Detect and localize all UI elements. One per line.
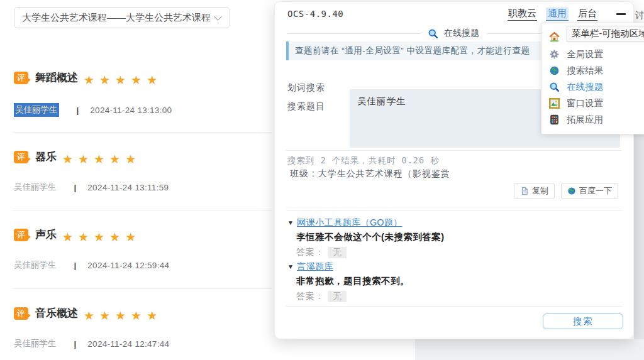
tab-zhijiaoyun[interactable]: 职教云 [508,8,537,21]
star-rating-icon: ★★★★★ [84,74,162,86]
meta-separator: | [74,339,77,349]
result-item: ▼ 言溪题库 非常抱歉，题目搜索不到。 答案： 无 [287,261,621,302]
answer-label: 答案： [296,291,325,302]
search-question-label: 搜索题目 [287,101,325,112]
student-name: 吴佳丽学生 [14,182,57,193]
divider [13,210,272,210]
divider [13,288,272,289]
document-icon [520,187,529,195]
baidu-search-button[interactable]: 百度一下 [561,183,618,199]
student-name-selected: 吴佳丽学生 [14,103,59,117]
drag-region-label[interactable]: 菜单栏-可拖动区域 [567,26,644,41]
house-icon [549,31,560,42]
menu-item-label: 窗口设置 [567,97,603,109]
page-background-region [415,339,644,360]
student-name: 吴佳丽学生 [14,259,57,271]
review-item: 评 器乐 ★★★★★ 吴佳丽学生 | 2024-11-24 13:11:59 [14,150,265,164]
review-title: 器乐 [35,150,57,164]
answer-label: 答案： [296,247,325,258]
highlight-search-label: 划词搜索 [287,82,325,94]
result-content: 李恒雅不会做这个个(未搜索到答案) [296,231,621,243]
review-badge: 评 [14,151,28,163]
menu-item-label: 拓展应用 [567,114,603,126]
review-badge: 评 [14,307,28,320]
review-timestamp: 2024-11-24 12:59:44 [87,261,169,270]
result-actions: 复制 百度一下 [514,183,618,199]
globe-icon [549,65,560,76]
copy-button-label: 复制 [532,185,548,197]
panel-title: OCS-4.9.40 [287,9,343,19]
meta-separator: | [74,183,77,192]
tab-general[interactable]: 通用 [546,8,569,21]
picture-icon [549,98,560,109]
review-timestamp: 2024-11-24 12:47:44 [87,339,169,349]
star-rating-icon: ★★★★★ [62,153,141,165]
course-select-value: 大学生公共艺术课程——大学生公共艺术课程 [22,12,211,24]
section-header-label: 在线搜题 [444,28,479,39]
star-rating-icon: ★★★★★ [84,310,162,322]
divider [286,150,622,151]
dropdown-menu: 菜单栏-可拖动区域 全局设置 搜索结果 在线搜题 [541,23,644,134]
collapse-triangle-icon[interactable]: ▼ [287,263,294,270]
review-item: 评 声乐 ★★★★★ 吴佳丽学生 | 2024-11-24 12:59:44 [14,227,265,242]
background-tab[interactable]: 讨 [635,9,644,21]
review-title: 音乐概述 [35,306,78,320]
result-content: 非常抱歉，题目搜索不到。 [296,275,621,287]
question-bank-link[interactable]: 言溪题库 [297,261,333,273]
minus-icon [616,13,626,15]
review-item: 评 音乐概述 ★★★★★ 吴佳丽学生 | 2024-11-24 12:47:44 [14,306,265,320]
menu-item-global-settings[interactable]: 全局设置 [541,46,644,62]
review-item: 评 舞蹈概述 ★★★★★ 吴佳丽学生 | 2024-11-24 13:13:00 [14,70,265,85]
search-button[interactable]: 搜索 [543,314,623,329]
menu-item-extensions[interactable]: 拓展应用 [541,111,644,128]
panel-tabs: 职教云 通用 后台 [508,8,626,21]
review-title: 舞蹈概述 [35,70,78,85]
globe-icon [567,187,576,195]
menu-item-label: 在线搜题 [567,81,603,93]
answer-value: 无 [328,291,347,302]
meta-separator: | [74,261,77,270]
review-timestamp: 2024-11-24 13:11:59 [87,183,169,192]
menu-item-online-search[interactable]: 在线搜题 [541,79,644,95]
minimize-button[interactable] [616,9,626,19]
review-timestamp: 2024-11-24 13:13:00 [90,106,172,115]
gear-icon [549,49,560,60]
search-stats: 搜索到 2 个结果，共耗时 0.26 秒 [287,155,440,166]
menu-item-window-settings[interactable]: 窗口设置 [541,95,644,111]
apps-grid-icon [549,114,560,125]
review-badge: 评 [14,229,28,241]
collapse-triangle-icon[interactable]: ▼ [287,219,294,226]
question-bank-link[interactable]: 网课小工具题库（GO题） [297,217,402,229]
tab-backend[interactable]: 后台 [577,8,597,21]
menu-item-drag-handle[interactable]: 菜单栏-可拖动区域 [541,27,644,46]
review-title: 声乐 [35,227,57,242]
chevron-down-icon [214,13,222,21]
copy-button[interactable]: 复制 [514,183,555,199]
result-item: ▼ 网课小工具题库（GO题） 李恒雅不会做这个个(未搜索到答案) 答案： 无 [287,217,621,258]
star-rating-icon: ★★★★★ [62,231,141,243]
student-name: 吴佳丽学生 [14,338,57,349]
meta-separator: | [77,106,79,115]
divider [286,306,622,307]
review-badge: 评 [14,72,28,84]
divider [286,210,622,210]
search-icon [428,28,438,39]
search-icon [549,82,560,92]
menu-item-search-results[interactable]: 搜索结果 [541,62,644,79]
class-info: 班级 : 大学生公共艺术课程（影视鉴赏 [290,168,450,180]
menu-item-label: 全局设置 [567,48,603,60]
answer-value: 无 [328,247,347,258]
baidu-button-label: 百度一下 [579,185,612,197]
course-select[interactable]: 大学生公共艺术课程——大学生公共艺术课程 [14,7,230,28]
menu-item-label: 搜索结果 [567,65,603,77]
divider [13,132,272,133]
